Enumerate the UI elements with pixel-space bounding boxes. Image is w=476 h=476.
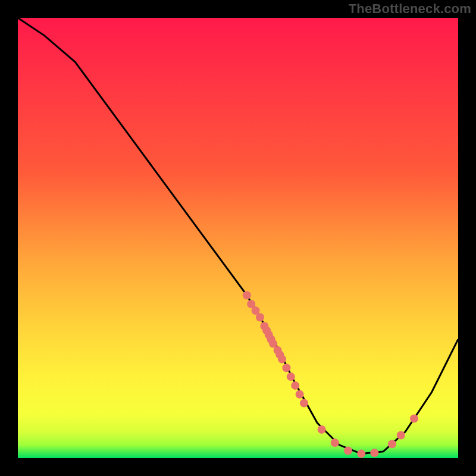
data-dot	[357, 450, 365, 458]
data-dot	[397, 431, 405, 440]
data-dot	[370, 449, 378, 457]
plot-background	[18, 18, 458, 458]
data-dot	[318, 425, 326, 434]
data-dot	[296, 390, 304, 399]
data-dot	[344, 446, 352, 455]
data-dot	[278, 355, 286, 364]
data-dot	[388, 440, 396, 448]
data-dot	[410, 414, 418, 422]
chart-svg	[0, 0, 476, 476]
chart-stage: TheBottleneck.com	[0, 0, 476, 476]
data-dot	[300, 399, 308, 408]
watermark-text: TheBottleneck.com	[349, 1, 471, 17]
data-dot	[291, 381, 299, 390]
data-dot	[287, 372, 295, 381]
data-dot	[282, 364, 290, 372]
data-dot	[243, 291, 251, 299]
data-dot	[331, 439, 339, 447]
data-dot	[256, 313, 264, 321]
